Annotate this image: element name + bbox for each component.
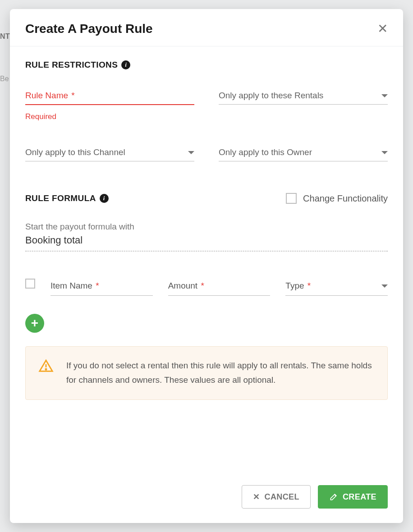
- type-select[interactable]: Type *: [285, 281, 388, 296]
- type-underline: [285, 295, 388, 296]
- background-text-1: NT: [0, 32, 10, 41]
- amount-underline: [168, 295, 271, 296]
- line-item-checkbox[interactable]: [25, 279, 35, 289]
- info-icon[interactable]: i: [100, 194, 109, 203]
- modal-header: Create A Payout Rule ✕: [10, 9, 403, 46]
- channel-underline: [25, 161, 194, 161]
- cancel-button[interactable]: ✕ CANCEL: [242, 485, 311, 509]
- item-name-field[interactable]: Item Name *: [50, 281, 153, 296]
- amount-label: Amount *: [168, 281, 204, 290]
- rule-formula-row: RULE FORMULA i Change Functionality: [25, 193, 388, 204]
- change-functionality-toggle[interactable]: Change Functionality: [286, 193, 388, 204]
- info-alert-text: If you do not select a rental then this …: [66, 358, 375, 388]
- plus-icon: +: [31, 316, 38, 330]
- close-button[interactable]: ✕: [377, 23, 388, 35]
- chevron-down-icon: [381, 284, 388, 288]
- change-functionality-checkbox[interactable]: [286, 193, 297, 204]
- cancel-label: CANCEL: [265, 492, 299, 502]
- rule-name-underline: [25, 104, 194, 105]
- rule-formula-heading: RULE FORMULA i: [25, 193, 109, 203]
- rule-name-label: Rule Name *: [25, 91, 194, 101]
- chevron-down-icon: [381, 151, 388, 154]
- info-icon[interactable]: i: [121, 60, 130, 69]
- item-name-label: Item Name *: [50, 281, 99, 290]
- rentals-select[interactable]: Only apply to these Rentals: [219, 91, 388, 121]
- amount-field[interactable]: Amount *: [168, 281, 271, 296]
- modal-footer: ✕ CANCEL CREATE: [10, 476, 403, 523]
- warning-icon: [38, 358, 54, 376]
- rentals-label: Only apply to these Rentals: [219, 91, 323, 101]
- change-functionality-label: Change Functionality: [303, 193, 388, 204]
- close-icon: ✕: [377, 22, 388, 36]
- rule-restrictions-heading: RULE RESTRICTIONS i: [25, 60, 388, 70]
- edit-icon: [329, 492, 338, 501]
- create-label: CREATE: [343, 492, 376, 502]
- start-formula-hint: Start the payout formula with: [25, 222, 388, 232]
- info-alert: If you do not select a rental then this …: [25, 346, 388, 400]
- restrictions-grid: Rule Name * Required Only apply to these…: [25, 91, 388, 161]
- add-line-item-button[interactable]: +: [25, 314, 44, 333]
- channel-select[interactable]: Only apply to this Channel: [25, 147, 194, 161]
- item-name-underline: [50, 295, 153, 296]
- close-icon: ✕: [253, 492, 260, 502]
- owner-label: Only apply to this Owner: [219, 147, 312, 157]
- modal-body: RULE RESTRICTIONS i Rule Name * Required…: [10, 46, 403, 476]
- create-payout-rule-modal: Create A Payout Rule ✕ RULE RESTRICTIONS…: [10, 9, 403, 523]
- start-formula-select[interactable]: Booking total: [25, 234, 388, 252]
- chevron-down-icon: [381, 94, 388, 97]
- owner-select[interactable]: Only apply to this Owner: [219, 147, 388, 161]
- background-text-2: Be: [0, 75, 9, 83]
- rule-name-helper: Required: [25, 112, 194, 121]
- line-item-row: Item Name * Amount * Type *: [25, 279, 388, 296]
- rule-formula-label: RULE FORMULA: [25, 193, 96, 203]
- type-label: Type *: [285, 281, 311, 291]
- create-button[interactable]: CREATE: [318, 485, 388, 509]
- owner-underline: [219, 161, 388, 161]
- rule-name-field[interactable]: Rule Name * Required: [25, 91, 194, 121]
- rule-restrictions-label: RULE RESTRICTIONS: [25, 60, 118, 70]
- svg-point-1: [46, 369, 46, 370]
- channel-label: Only apply to this Channel: [25, 147, 125, 157]
- chevron-down-icon: [188, 151, 194, 154]
- modal-title: Create A Payout Rule: [25, 22, 153, 36]
- rentals-underline: [219, 104, 388, 105]
